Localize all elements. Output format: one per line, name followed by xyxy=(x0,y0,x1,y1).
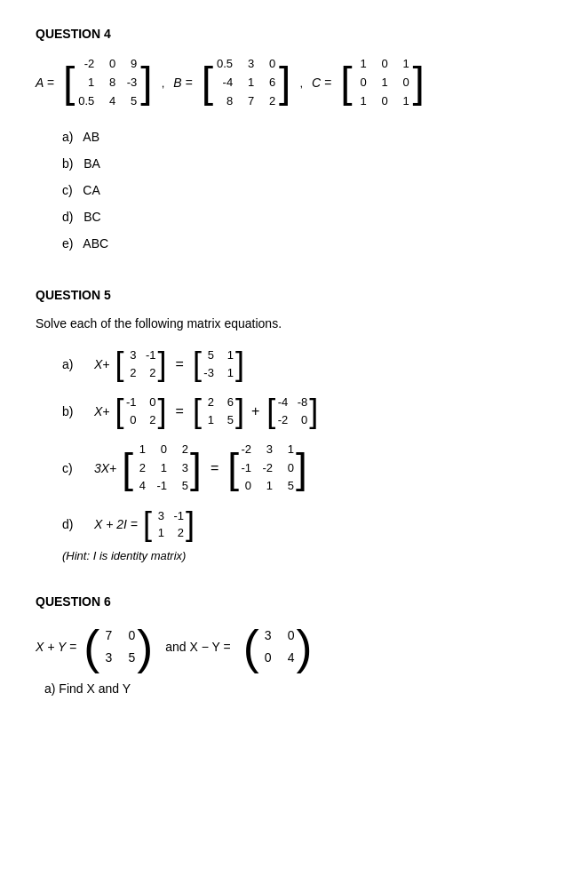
cell: 2 xyxy=(144,364,158,382)
cell: -2 xyxy=(275,411,290,429)
cell: -4 xyxy=(215,74,234,92)
cell: 2 xyxy=(144,411,158,429)
cell: 5 xyxy=(124,92,139,111)
bracket-right: ) xyxy=(297,623,313,671)
cell: 0 xyxy=(376,92,390,111)
cell: 0.5 xyxy=(76,92,96,111)
matrix-content: 1 0 2 2 1 3 4 -1 5 xyxy=(133,441,190,494)
cell: 0 xyxy=(263,55,277,74)
q4-matrix-a: [ -2 0 9 1 8 -3 0.5 4 5 ] xyxy=(63,55,153,110)
cell: 0 xyxy=(103,55,117,74)
cell: 1 xyxy=(202,411,216,429)
cell: 0 xyxy=(239,477,253,495)
cell: -4 xyxy=(275,394,290,411)
bracket-left: [ xyxy=(115,348,124,380)
bracket-right: ] xyxy=(235,395,244,427)
bracket-left: [ xyxy=(193,348,202,380)
cell: 9 xyxy=(124,55,139,74)
q5-d-matrix: [ 3 -1 1 2 ] xyxy=(143,507,195,542)
cell: 1 xyxy=(221,346,235,364)
cell: 4 xyxy=(282,647,297,669)
matrix-content: -2 3 1 -1 -2 0 0 1 5 xyxy=(239,441,296,494)
cell: 1 xyxy=(221,364,235,382)
cell: 3 xyxy=(259,625,274,647)
part-label: e) xyxy=(62,236,80,251)
q5-part-d: d) X + 2I = [ 3 -1 1 2 ] xyxy=(62,507,552,542)
question-4: QUESTION 4 A = [ -2 0 9 1 8 -3 0.5 4 5 ]… xyxy=(36,27,552,256)
cell: 1 xyxy=(354,55,369,74)
q5-b-left-matrix: [ -1 0 0 2 ] xyxy=(115,394,167,428)
cell: 2 xyxy=(171,524,186,542)
q6-eq-row: X + Y = ( 7 0 3 5 ) and X − Y = ( 3 0 0 … xyxy=(36,623,552,671)
cell: -3 xyxy=(202,364,216,382)
q5-a-right-matrix: [ 5 1 -3 1 ] xyxy=(193,346,244,381)
cell: 3 xyxy=(242,55,256,74)
bracket-left: [ xyxy=(115,395,124,427)
q4-part-c: c) CA xyxy=(62,178,552,203)
bracket-right: ] xyxy=(186,508,195,540)
cell: 2 xyxy=(124,364,139,382)
cell: 6 xyxy=(263,74,277,92)
q4-matrix-b: [ 0.5 3 0 -4 1 6 8 7 2 ] xyxy=(202,55,291,110)
comma-b: , xyxy=(162,76,165,90)
cell: 2 xyxy=(133,459,147,477)
cell: 0 xyxy=(144,394,158,411)
bracket-right: ) xyxy=(137,623,153,671)
q6-title: QUESTION 6 xyxy=(36,594,552,609)
cell: -2 xyxy=(76,55,96,74)
cell: 1 xyxy=(155,459,169,477)
cell: 1 xyxy=(260,477,274,495)
cell: 5 xyxy=(176,477,190,495)
cell: 0 xyxy=(376,55,390,74)
cell: 1 xyxy=(354,92,369,111)
q5-d-label: d) xyxy=(62,517,89,531)
cell: 0 xyxy=(397,74,411,92)
part-text: BA xyxy=(83,156,100,171)
cell: 2 xyxy=(176,441,190,458)
matrix-content: 3 -1 1 2 xyxy=(152,507,186,542)
cell: 1 xyxy=(397,55,411,74)
cell: 1 xyxy=(152,524,166,542)
bracket-right: ] xyxy=(190,448,202,489)
q5-title: QUESTION 5 xyxy=(36,288,552,302)
cell: -2 xyxy=(260,459,274,477)
comma-c: , xyxy=(299,76,303,90)
bracket-right: ] xyxy=(140,61,152,104)
cell: 3 xyxy=(176,459,190,477)
q5-b-x: X+ xyxy=(94,404,110,418)
cell: 3 xyxy=(260,441,274,458)
q4-c-label: C = xyxy=(312,76,331,90)
cell: 3 xyxy=(124,346,139,364)
q4-parts: a) AB b) BA c) CA d) BC e) ABC xyxy=(62,124,552,256)
matrix-content: 7 0 3 5 xyxy=(99,625,137,669)
matrix-content: -4 -8 -2 0 xyxy=(275,394,309,428)
matrix-content: 2 6 1 5 xyxy=(202,394,235,428)
bracket-right: ] xyxy=(235,348,244,380)
bracket-left: [ xyxy=(266,395,275,427)
matrix-b-content: 0.5 3 0 -4 1 6 8 7 2 xyxy=(215,55,277,110)
q5-a-x: X+ xyxy=(94,357,110,371)
cell: -1 xyxy=(239,459,253,477)
cell: 1 xyxy=(133,441,147,458)
equals: = xyxy=(211,460,219,476)
q5-d-expr: X + 2I = xyxy=(94,517,138,531)
q4-b-label: B = xyxy=(173,76,192,90)
bracket-left: ( xyxy=(243,623,259,671)
bracket-left: [ xyxy=(122,448,133,489)
cell: 2 xyxy=(202,394,216,411)
cell: 3 xyxy=(99,647,114,669)
bracket-left: [ xyxy=(63,61,75,104)
cell: -3 xyxy=(124,74,139,92)
q6-eq1-matrix: ( 7 0 3 5 ) xyxy=(83,623,153,671)
bracket-left: [ xyxy=(193,395,202,427)
cell: 0 xyxy=(123,625,137,647)
cell: 0 xyxy=(155,441,169,458)
part-text: CA xyxy=(83,183,99,197)
cell: 0 xyxy=(295,411,309,429)
cell: 5 xyxy=(123,647,137,669)
q4-part-e: e) ABC xyxy=(62,231,552,256)
part-label: c) xyxy=(62,183,79,197)
q5-part-b: b) X+ [ -1 0 0 2 ] = [ 2 6 1 5 ] + [ xyxy=(62,394,552,428)
question-6: QUESTION 6 X + Y = ( 7 0 3 5 ) and X − Y… xyxy=(36,594,552,696)
cell: 4 xyxy=(103,92,117,111)
